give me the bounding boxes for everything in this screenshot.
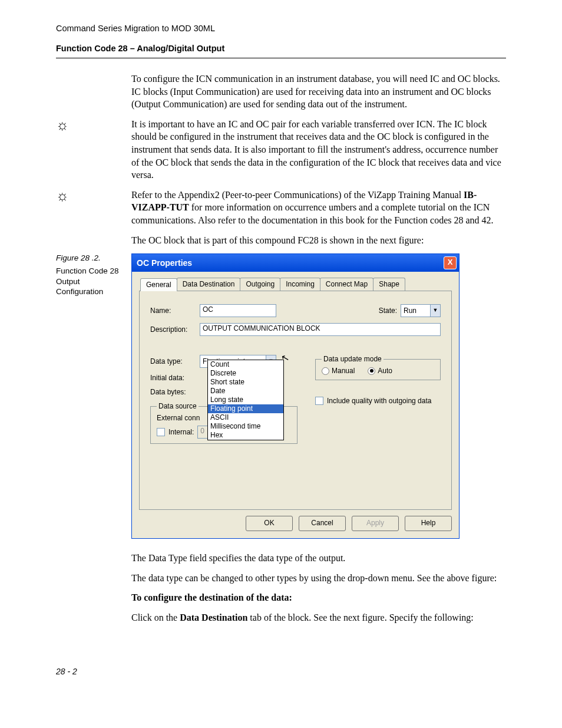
- dropdown-option[interactable]: Count: [208, 360, 283, 369]
- dataupdate-legend: Data update mode: [322, 355, 384, 363]
- description-label: Description:: [150, 325, 196, 334]
- auto-radio[interactable]: Auto: [368, 367, 392, 375]
- figure-label: Figure 28 .2.: [56, 253, 121, 262]
- body-paragraph: Refer to the Appendix2 (Peer-to-peer Com…: [131, 189, 506, 227]
- includequality-checkbox[interactable]: [315, 397, 323, 405]
- apply-button[interactable]: Apply: [352, 516, 399, 531]
- note-icon: ☼: [56, 189, 121, 234]
- dropdown-option[interactable]: Short state: [208, 378, 283, 387]
- internal-label: Internal:: [168, 428, 194, 436]
- close-button[interactable]: X: [444, 256, 457, 269]
- datasource-legend: Data source: [157, 402, 199, 410]
- page-header-subtitle: Function Code 28 – Analog/Digital Output: [56, 44, 506, 53]
- includequality-label: Include quality with outgoing data: [327, 397, 431, 405]
- tab-outgoing[interactable]: Outgoing: [240, 278, 280, 291]
- tab-incoming[interactable]: Incoming: [280, 278, 320, 291]
- header-rule: [56, 58, 506, 58]
- tab-shape[interactable]: Shape: [373, 278, 405, 291]
- body-paragraph: Click on the Data Destination tab of the…: [131, 611, 506, 624]
- ok-button[interactable]: OK: [246, 516, 293, 531]
- dialog-title: OC Properties: [137, 258, 192, 268]
- body-paragraph: The data type can be changed to other ty…: [131, 572, 506, 585]
- tab-strip: General Data Destination Outgoing Incomi…: [139, 278, 452, 291]
- dropdown-option[interactable]: Long state: [208, 396, 283, 404]
- dataupdate-group: Data update mode Manual Auto: [315, 355, 441, 380]
- dropdown-option[interactable]: Date: [208, 387, 283, 396]
- figure-caption: Function Code 28 Output Configuration: [56, 266, 121, 297]
- radio-icon: [368, 367, 375, 375]
- state-combo[interactable]: Run ▼: [401, 304, 441, 317]
- description-input[interactable]: OUTPUT COMMUNICATION BLOCK: [200, 323, 441, 336]
- datatype-dropdown-list[interactable]: Count Discrete Short state Date Long sta…: [207, 360, 284, 440]
- page-header-title: Command Series Migration to MOD 30ML: [56, 24, 506, 33]
- dialog-titlebar[interactable]: OC Properties X: [132, 254, 459, 272]
- dropdown-option[interactable]: Discrete: [208, 369, 283, 378]
- tab-data-destination[interactable]: Data Destination: [177, 278, 241, 291]
- page-number: 28 - 2: [56, 667, 506, 676]
- state-label: State:: [379, 307, 397, 315]
- body-paragraph: To configure the ICN communication in an…: [131, 73, 506, 111]
- name-input[interactable]: OC: [200, 304, 276, 317]
- datatype-label: Data type:: [150, 357, 196, 365]
- note-icon: ☼: [56, 118, 121, 189]
- tab-general[interactable]: General: [140, 278, 177, 291]
- cancel-button[interactable]: Cancel: [299, 516, 346, 531]
- name-label: Name:: [150, 307, 196, 315]
- radio-icon: [322, 367, 329, 375]
- dropdown-option[interactable]: Hex: [208, 431, 283, 440]
- databytes-label: Data bytes:: [150, 388, 196, 396]
- help-button[interactable]: Help: [405, 516, 452, 531]
- dropdown-option[interactable]: ASCII: [208, 413, 283, 422]
- body-paragraph: To configure the destination of the data…: [131, 591, 506, 604]
- tab-panel-general: Name: OC State: Run ▼ Description: OUTPU…: [139, 291, 452, 510]
- initialdata-label: Initial data:: [150, 374, 196, 382]
- chevron-down-icon[interactable]: ▼: [430, 305, 440, 317]
- dropdown-option-selected[interactable]: Floating point: [208, 404, 283, 413]
- body-paragraph: The OC block that is part of this compou…: [131, 234, 506, 247]
- oc-properties-dialog: OC Properties X General Data Destination…: [131, 253, 459, 539]
- internal-checkbox[interactable]: [157, 428, 165, 436]
- manual-radio[interactable]: Manual: [322, 367, 355, 375]
- tab-connect-map[interactable]: Connect Map: [320, 278, 373, 291]
- body-paragraph: It is important to have an IC and OC pai…: [131, 118, 506, 182]
- dropdown-option[interactable]: Millisecond time: [208, 422, 283, 431]
- body-paragraph: The Data Type field specifies the data t…: [131, 552, 506, 565]
